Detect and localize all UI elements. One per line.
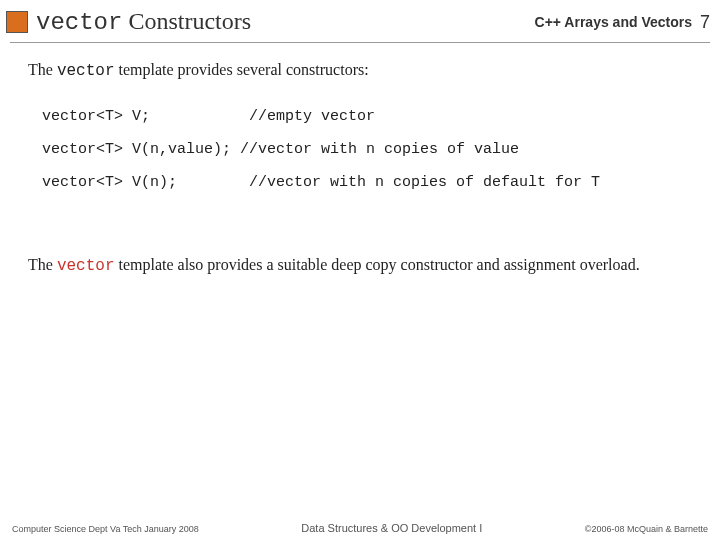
outro-paragraph: The vector template also provides a suit… bbox=[28, 256, 692, 275]
slide-footer: Computer Science Dept Va Tech January 20… bbox=[0, 522, 720, 534]
intro-suffix: template provides several constructors: bbox=[114, 61, 368, 78]
title-code: vector bbox=[36, 9, 122, 36]
intro-paragraph: The vector template provides several con… bbox=[28, 61, 692, 80]
course-subtitle: C++ Arrays and Vectors bbox=[535, 14, 692, 30]
code-line-2a: vector<T> V(n,value); bbox=[42, 141, 231, 158]
footer-left: Computer Science Dept Va Tech January 20… bbox=[12, 524, 199, 534]
code-block: vector<T> V; //empty vector vector<T> V(… bbox=[42, 108, 692, 192]
footer-center: Data Structures & OO Development I bbox=[301, 522, 482, 534]
code-line-3a: vector<T> V(n); bbox=[42, 174, 177, 191]
title-rest: Constructors bbox=[122, 8, 251, 34]
page-number: 7 bbox=[700, 12, 710, 33]
intro-code: vector bbox=[57, 62, 115, 80]
outro-suffix: template also provides a suitable deep c… bbox=[114, 256, 639, 273]
bullet-square-icon bbox=[6, 11, 28, 33]
slide-body: The vector template provides several con… bbox=[0, 43, 720, 275]
code-line-1a: vector<T> V; bbox=[42, 108, 150, 125]
outro-prefix: The bbox=[28, 256, 57, 273]
slide-title: vector Constructors bbox=[36, 8, 535, 36]
code-line-1b: //empty vector bbox=[249, 108, 375, 125]
footer-right: ©2006-08 McQuain & Barnette bbox=[585, 524, 708, 534]
code-line-2b: //vector with n copies of value bbox=[240, 141, 519, 158]
code-line-3b: //vector with n copies of default for T bbox=[249, 174, 600, 191]
outro-code: vector bbox=[57, 257, 115, 275]
slide-header: vector Constructors C++ Arrays and Vecto… bbox=[0, 0, 720, 42]
intro-prefix: The bbox=[28, 61, 57, 78]
